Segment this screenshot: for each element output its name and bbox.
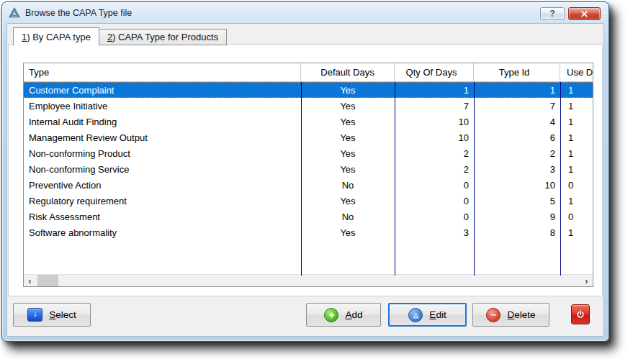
- table-cell: 2: [474, 145, 560, 161]
- table-cell: Yes: [301, 224, 395, 240]
- table-cell: 1: [560, 129, 593, 145]
- capa-type-table: Type Default Days Qty Of Days Type Id Us…: [23, 63, 593, 287]
- delete-icon: −: [486, 308, 500, 322]
- table-body: Customer ComplaintYes111Employee Initiat…: [24, 82, 593, 276]
- exit-button[interactable]: [571, 304, 590, 324]
- column-header-type[interactable]: Type: [24, 63, 301, 81]
- tab-capa-type-for-products[interactable]: 2) CAPA Type for Products: [99, 29, 227, 45]
- app-logo-icon: [9, 7, 21, 19]
- column-divider: [301, 82, 302, 276]
- table-cell: 3: [395, 224, 474, 240]
- table-row[interactable]: Software abnormalityYes381: [24, 224, 593, 240]
- table-cell: 4: [474, 114, 560, 129]
- table-cell: No: [301, 209, 395, 224]
- table-cell: Yes: [301, 193, 395, 209]
- table-cell: 1: [560, 161, 593, 177]
- table-cell: 2: [395, 145, 474, 161]
- table-cell: Yes: [301, 83, 395, 97]
- column-header-type-id[interactable]: Type Id: [474, 63, 560, 81]
- table-row[interactable]: Management Review OutputYes1061: [24, 129, 593, 145]
- table-cell: Risk Assessment: [24, 209, 301, 224]
- column-divider: [560, 82, 561, 276]
- column-header-qty-of-days[interactable]: Qty Of Days: [395, 63, 474, 81]
- table-row[interactable]: Regulatory requirementYes051: [24, 193, 593, 209]
- table-cell: 7: [395, 98, 474, 114]
- scrollbar-thumb[interactable]: [37, 275, 58, 286]
- table-cell: 10: [395, 114, 474, 129]
- table-cell: 10: [474, 177, 560, 193]
- screen: Browse the CAPA Type file ? 1) By CAPA t…: [0, 0, 633, 364]
- table-row[interactable]: Customer ComplaintYes111: [24, 82, 593, 98]
- table-cell: 1: [560, 83, 593, 97]
- table-row[interactable]: Non-conforming ServiceYes231: [24, 161, 593, 177]
- table-cell: 0: [395, 193, 474, 209]
- dialog-client-area: 1) By CAPA type 2) CAPA Type for Product…: [6, 23, 604, 337]
- table-cell: 6: [474, 129, 560, 145]
- tab-by-capa-type[interactable]: 1) By CAPA type: [13, 27, 99, 46]
- table-cell: 7: [474, 98, 560, 114]
- table-cell: Yes: [301, 145, 395, 161]
- select-button[interactable]: ↓ Select: [13, 303, 91, 327]
- select-icon: ↓: [27, 308, 42, 322]
- table-cell: Management Review Output: [24, 129, 301, 145]
- help-icon: ?: [549, 9, 555, 19]
- table-cell: Employee Initiative: [24, 98, 301, 114]
- table-row[interactable]: Risk AssessmentNo090: [24, 209, 593, 224]
- table-cell: Yes: [301, 114, 395, 129]
- table-cell: 9: [474, 209, 560, 224]
- delete-button-label: Delete: [507, 309, 535, 320]
- add-icon: +: [324, 308, 338, 322]
- tab-label: 2) CAPA Type for Products: [107, 32, 218, 42]
- table-cell: 3: [474, 161, 560, 177]
- table-cell: 1: [474, 83, 560, 97]
- table-cell: 2: [395, 161, 474, 177]
- table-cell: Preventive Action: [24, 177, 301, 193]
- add-button[interactable]: + Add: [306, 303, 381, 327]
- column-divider: [395, 82, 395, 276]
- table-cell: Regulatory requirement: [24, 193, 301, 209]
- table-cell: 0: [560, 209, 593, 224]
- table-cell: 0: [395, 177, 474, 193]
- table-cell: 1: [560, 145, 593, 161]
- column-header-default-days[interactable]: Default Days: [301, 63, 395, 81]
- table-cell: 1: [560, 224, 593, 240]
- table-cell: 1: [395, 83, 474, 97]
- table-cell: Yes: [301, 161, 395, 177]
- power-icon: [576, 310, 585, 319]
- close-icon: [581, 11, 588, 17]
- table-cell: 1: [560, 193, 593, 209]
- table-cell: No: [301, 177, 395, 193]
- tab-strip: 1) By CAPA type 2) CAPA Type for Product…: [13, 27, 227, 46]
- table-row[interactable]: Non-conforming ProductYes221: [24, 145, 593, 161]
- table-row[interactable]: Internal Audit FindingYes1041: [24, 114, 593, 129]
- column-header-use-default[interactable]: Use D: [560, 63, 593, 81]
- table-cell: 10: [395, 129, 474, 145]
- titlebar[interactable]: Browse the CAPA Type file ?: [2, 2, 609, 23]
- edit-button[interactable]: △ Edit: [388, 303, 467, 327]
- select-button-label: Select: [49, 309, 76, 320]
- table-cell: 1: [560, 114, 593, 129]
- table-row[interactable]: Employee InitiativeYes771: [24, 98, 593, 114]
- table-cell: Yes: [301, 129, 395, 145]
- table-cell: 1: [560, 98, 593, 114]
- dialog-window: Browse the CAPA Type file ? 1) By CAPA t…: [1, 1, 609, 342]
- column-divider: [474, 82, 475, 276]
- table-cell: 0: [560, 177, 593, 193]
- delete-button[interactable]: − Delete: [472, 303, 549, 327]
- add-button-label: Add: [345, 309, 362, 320]
- close-button[interactable]: [568, 7, 601, 20]
- table-row[interactable]: Preventive ActionNo0100: [24, 177, 593, 193]
- window-title: Browse the CAPA Type file: [25, 8, 132, 18]
- table-cell: Non-conforming Service: [24, 161, 301, 177]
- horizontal-scrollbar[interactable]: ‹ ›: [24, 274, 593, 286]
- table-header-row: Type Default Days Qty Of Days Type Id Us…: [24, 63, 593, 82]
- table-cell: Internal Audit Finding: [24, 114, 301, 129]
- scroll-right-icon[interactable]: ›: [580, 275, 593, 286]
- table-cell: Software abnormality: [24, 224, 301, 240]
- table-cell: 5: [474, 193, 560, 209]
- table-cell: 0: [395, 209, 474, 224]
- help-button[interactable]: ?: [540, 7, 565, 20]
- table-cell: Yes: [301, 98, 395, 114]
- scroll-left-icon[interactable]: ‹: [24, 275, 36, 286]
- table-cell: Customer Complaint: [24, 83, 301, 97]
